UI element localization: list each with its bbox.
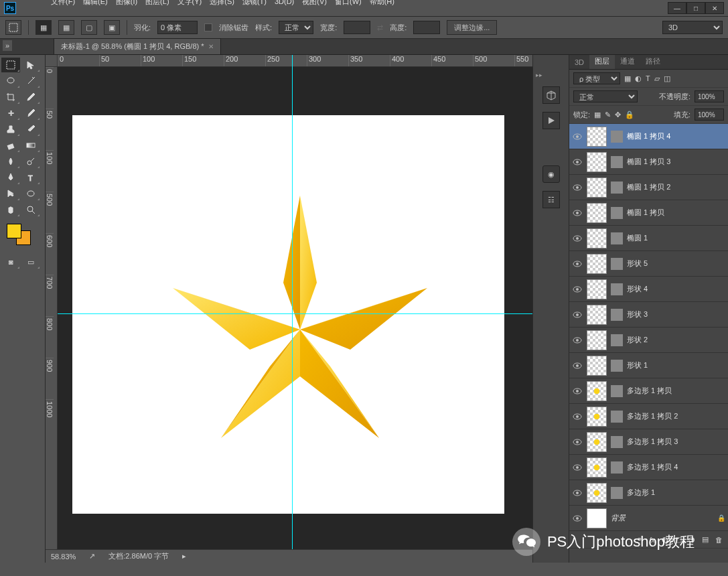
dock-toggle-icon[interactable]: ▸▸ [533,72,542,78]
layer-name[interactable]: 椭圆 1 拷贝 2 [627,182,725,192]
crop-tool[interactable] [1,90,20,104]
layer-row[interactable]: 椭圆 1 [569,226,728,251]
fill-input[interactable] [695,109,724,121]
layer-row[interactable]: 背景 🔒 [569,506,728,531]
menu-item[interactable]: 视图(V) [298,0,331,8]
layer-row[interactable]: 形状 1 [569,353,728,378]
layer-name[interactable]: 椭圆 1 [627,233,725,243]
menu-item[interactable]: 图像(I) [112,0,141,8]
move-tool[interactable] [21,58,40,72]
filter-type-select[interactable]: ρ 类型 [573,72,620,84]
panel-tab[interactable]: 通道 [615,55,640,69]
ruler-vertical[interactable]: 0501005006007008009001000 [46,67,58,549]
zoom-level[interactable]: 58.83% [51,553,76,561]
layer-row[interactable]: 形状 4 [569,277,728,302]
menu-item[interactable]: 窗口(W) [331,0,366,8]
layer-thumbnail[interactable] [587,432,607,452]
workspace-select[interactable]: 3D [662,21,723,34]
menu-item[interactable]: 文字(Y) [173,0,206,8]
filter-type-icon[interactable]: T [646,74,650,82]
delete-layer-icon[interactable]: 🗑 [715,536,723,544]
opacity-input[interactable] [695,90,724,102]
layer-row[interactable]: 椭圆 1 拷贝 [569,200,728,226]
layer-mask-thumbnail[interactable] [611,207,623,219]
new-adjustment-icon[interactable]: ◑ [688,535,695,544]
menu-item[interactable]: 图层(L) [141,0,173,8]
maximize-button[interactable]: □ [686,2,705,14]
layer-mask-thumbnail[interactable] [611,385,623,397]
blur-tool[interactable] [1,154,20,169]
dock-libraries-icon[interactable]: ☷ [542,191,560,208]
brush-tool[interactable] [21,106,40,121]
hand-tool[interactable] [1,202,20,217]
zoom-tool[interactable] [21,202,40,217]
type-tool[interactable]: T [21,170,40,185]
layer-row[interactable]: 形状 5 [569,251,728,277]
layer-mask-icon[interactable]: ◐ [662,535,668,544]
lock-pixels-icon[interactable]: ▦ [594,111,601,119]
layer-name[interactable]: 形状 5 [627,259,725,269]
layer-mask-thumbnail[interactable] [611,156,623,168]
layer-row[interactable]: 多边形 1 拷贝 3 [569,429,728,455]
layer-row[interactable]: 椭圆 1 拷贝 2 [569,175,728,200]
filter-pixel-icon[interactable]: ▦ [624,74,631,83]
export-icon[interactable]: ↗ [89,552,95,561]
guide-horizontal[interactable] [58,313,532,314]
healing-tool[interactable]: ✚ [1,106,20,121]
layer-fx-icon[interactable]: fx [649,536,655,544]
visibility-icon[interactable] [572,208,583,218]
feather-input[interactable] [157,21,198,34]
visibility-icon[interactable] [572,513,583,524]
lasso-tool[interactable] [1,74,20,88]
antialias-checkbox[interactable] [204,23,212,31]
add-selection-icon[interactable]: ▦ [58,20,74,35]
marquee-tool-icon[interactable] [5,20,21,35]
path-select-tool[interactable] [1,186,20,201]
visibility-icon[interactable] [572,182,583,193]
new-layer-icon[interactable]: ▤ [702,535,709,544]
status-arrow-icon[interactable]: ▸ [182,552,186,561]
visibility-icon[interactable] [572,335,583,346]
new-folder-icon[interactable]: ▢ [675,535,682,544]
layer-mask-thumbnail[interactable] [611,182,623,194]
layer-row[interactable]: 椭圆 1 拷贝 4 [569,124,728,149]
layer-mask-thumbnail[interactable] [611,283,623,295]
visibility-icon[interactable] [572,233,583,244]
canvas-area[interactable]: 0501001502002503003504004505005506006507… [46,55,532,563]
layer-mask-thumbnail[interactable] [611,411,623,423]
visibility-icon[interactable] [572,437,583,447]
visibility-icon[interactable] [572,360,583,371]
panel-tab[interactable]: 路径 [640,55,666,69]
layer-name[interactable]: 形状 3 [627,309,725,319]
guide-vertical[interactable] [292,55,293,563]
layer-thumbnail[interactable] [587,457,607,478]
wand-tool[interactable] [21,74,40,88]
dock-play-icon[interactable] [542,112,560,129]
menu-item[interactable]: 选择(S) [206,0,238,8]
blend-mode-select[interactable]: 正常 [573,90,638,102]
layer-row[interactable]: 形状 2 [569,328,728,353]
layer-thumbnail[interactable] [587,381,607,401]
visibility-icon[interactable] [572,131,583,142]
tab-overflow-icon[interactable]: » [3,40,12,51]
minimize-button[interactable]: — [668,2,686,14]
layer-thumbnail[interactable] [587,330,607,350]
layer-mask-thumbnail[interactable] [611,232,623,244]
close-tab-icon[interactable]: ✕ [208,43,214,50]
intersect-selection-icon[interactable]: ▣ [104,20,120,35]
dock-3d-icon[interactable] [542,86,560,104]
layer-row[interactable]: 多边形 1 拷贝 4 [569,455,728,480]
layer-name[interactable]: 多边形 1 拷贝 2 [627,411,725,421]
layer-row[interactable]: 椭圆 1 拷贝 3 [569,149,728,175]
layer-thumbnail[interactable] [587,228,607,248]
layer-name[interactable]: 背景 [611,513,713,523]
layer-mask-thumbnail[interactable] [611,461,623,474]
new-selection-icon[interactable]: ▦ [35,20,52,35]
history-brush-tool[interactable] [21,122,40,137]
layer-name[interactable]: 椭圆 1 拷贝 [627,208,725,218]
filter-shape-icon[interactable]: ▱ [654,74,660,83]
style-select[interactable]: 正常 [279,21,313,34]
menu-item[interactable]: 3D(D) [271,0,298,7]
layer-name[interactable]: 多边形 1 拷贝 4 [627,462,725,472]
layer-thumbnail[interactable] [587,177,607,198]
